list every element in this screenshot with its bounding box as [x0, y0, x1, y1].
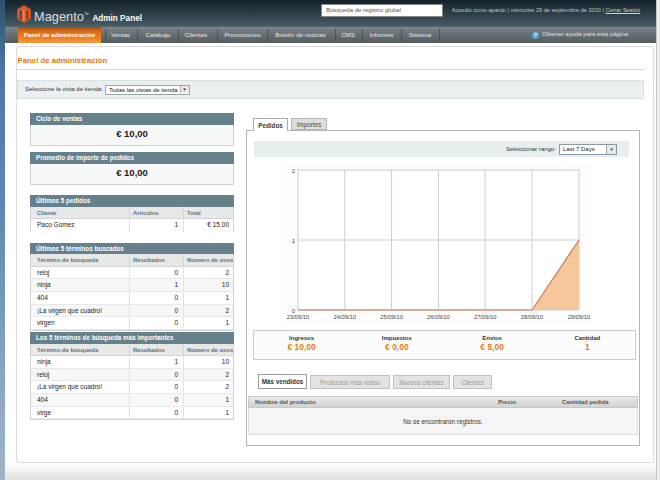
svg-text:26/09/10: 26/09/10 — [427, 314, 450, 320]
svg-text:28/09/10: 28/09/10 — [521, 314, 544, 320]
svg-text:24/09/10: 24/09/10 — [334, 314, 357, 320]
svg-text:29/09/10: 29/09/10 — [568, 314, 591, 320]
svg-text:27/09/10: 27/09/10 — [474, 314, 497, 320]
svg-text:23/09/10: 23/09/10 — [287, 314, 310, 320]
svg-text:25/09/10: 25/09/10 — [380, 314, 403, 320]
